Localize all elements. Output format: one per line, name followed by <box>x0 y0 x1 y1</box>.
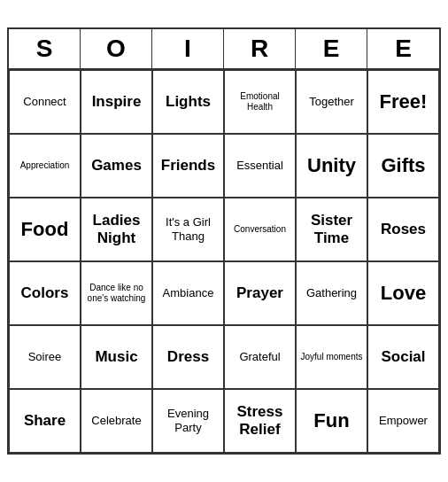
bingo-cell-6: Appreciation <box>9 134 81 198</box>
bingo-cell-35: Empower <box>367 389 439 453</box>
bingo-cell-23: Love <box>367 261 439 325</box>
bingo-cell-31: Celebrate <box>81 389 152 453</box>
bingo-cell-32: Evening Party <box>152 389 224 453</box>
bingo-card: SOIREE ConnectInspireLightsEmotional Hea… <box>7 27 441 455</box>
bingo-cell-4: Together <box>296 70 367 134</box>
bingo-cell-27: Grateful <box>224 325 296 389</box>
header-letter-r: R <box>224 29 296 68</box>
bingo-cell-3: Emotional Health <box>224 70 296 134</box>
bingo-cell-34: Fun <box>296 389 367 453</box>
bingo-cell-17: Roses <box>367 198 439 261</box>
bingo-cell-24: Soiree <box>9 325 81 389</box>
bingo-cell-16: Sister Time <box>296 198 367 261</box>
bingo-cell-1: Inspire <box>81 70 152 134</box>
bingo-cell-30: Share <box>9 389 81 453</box>
bingo-cell-21: Prayer <box>224 261 296 325</box>
bingo-cell-33: Stress Relief <box>224 389 296 453</box>
bingo-cell-2: Lights <box>152 70 224 134</box>
bingo-cell-19: Dance like no one's watching <box>81 261 152 325</box>
bingo-cell-11: Gifts <box>367 134 439 198</box>
bingo-cell-14: It's a Girl Thang <box>152 198 224 261</box>
bingo-cell-12: Food <box>9 198 81 261</box>
bingo-cell-10: Unity <box>296 134 367 198</box>
bingo-cell-7: Games <box>81 134 152 198</box>
header-letter-i: I <box>152 29 224 68</box>
header-letter-o: O <box>81 29 152 68</box>
bingo-cell-28: Joyful moments <box>296 325 367 389</box>
bingo-cell-8: Friends <box>152 134 224 198</box>
bingo-grid: ConnectInspireLightsEmotional HealthToge… <box>9 70 439 453</box>
bingo-cell-9: Essential <box>224 134 296 198</box>
bingo-cell-22: Gathering <box>296 261 367 325</box>
bingo-cell-18: Colors <box>9 261 81 325</box>
bingo-cell-0: Connect <box>9 70 81 134</box>
bingo-cell-13: Ladies Night <box>81 198 152 261</box>
bingo-header: SOIREE <box>9 29 439 70</box>
bingo-cell-5: Free! <box>367 70 439 134</box>
header-letter-e: E <box>296 29 367 68</box>
bingo-cell-15: Conversation <box>224 198 296 261</box>
header-letter-e: E <box>367 29 439 68</box>
bingo-cell-29: Social <box>367 325 439 389</box>
bingo-cell-26: Dress <box>152 325 224 389</box>
header-letter-s: S <box>9 29 81 68</box>
bingo-cell-25: Music <box>81 325 152 389</box>
bingo-cell-20: Ambiance <box>152 261 224 325</box>
